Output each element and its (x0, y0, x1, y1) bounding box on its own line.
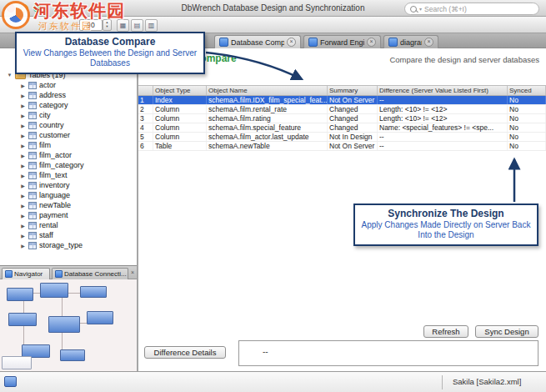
table-row[interactable]: 2 Column schemaA.film.rental_rate Change… (138, 105, 546, 114)
chevron-right-icon[interactable]: ▶ (20, 183, 26, 188)
chevron-right-icon[interactable]: ▶ (20, 123, 26, 128)
callout-database-compare: Database Compare View Changes Between th… (15, 32, 205, 74)
chevron-right-icon[interactable]: ▶ (20, 163, 26, 168)
toolbar-grid-icon[interactable]: ▦ (117, 19, 129, 32)
sidebar-item-actor[interactable]: ▶actor (0, 80, 137, 90)
diagram-icon (388, 38, 398, 47)
sidebar-item-storage-type[interactable]: ▶storage_type (0, 240, 137, 250)
table-icon (28, 222, 37, 229)
chevron-right-icon[interactable]: ▶ (20, 173, 26, 178)
search-input[interactable]: ▾ Search (⌘+I) (404, 3, 539, 15)
tab-diagrama[interactable]: diagramA × (383, 35, 438, 48)
chevron-right-icon[interactable]: ▶ (20, 193, 26, 199)
sidebar-item-payment[interactable]: ▶payment (0, 210, 137, 220)
toolbar-layout-icon[interactable]: ▥ (145, 19, 158, 32)
tree-item-label: film_category (39, 161, 84, 169)
table-icon (28, 182, 37, 189)
close-icon[interactable]: × (131, 269, 134, 276)
close-icon[interactable]: × (367, 38, 376, 47)
tree-item-label: film_actor (39, 151, 72, 159)
chevron-right-icon[interactable]: ▶ (20, 93, 26, 98)
cell-summary: Not On Server (328, 96, 378, 104)
search-placeholder: Search (⌘+I) (424, 5, 467, 13)
column-header-num[interactable] (138, 86, 153, 95)
cell-synced: No (508, 133, 546, 141)
toolbar-diagram-icon[interactable]: ▤ (131, 19, 143, 32)
cell-object-name: schemaA.film.rental_rate (207, 105, 328, 113)
column-header-summary[interactable]: Summary (328, 86, 378, 95)
table-row[interactable]: 4 Column schemaA.film.special_feature Ch… (138, 123, 546, 133)
tree-item-label: film (39, 141, 51, 149)
sidebar-item-country[interactable]: ▶country (0, 120, 137, 130)
cell-difference: -- (378, 142, 508, 150)
chevron-right-icon[interactable]: ▶ (20, 243, 26, 249)
zoom-level-field[interactable]: 90 (79, 19, 103, 31)
chevron-right-icon[interactable]: ▶ (20, 203, 26, 209)
table-icon (28, 122, 37, 129)
chevron-right-icon[interactable]: ▶ (20, 153, 26, 158)
navigator-icon (5, 270, 13, 278)
diagram-minimap[interactable] (0, 279, 137, 372)
sidebar-item-staff[interactable]: ▶staff (0, 230, 137, 240)
chevron-right-icon[interactable]: ▶ (20, 113, 26, 118)
chevron-right-icon[interactable]: ▶ (20, 103, 26, 108)
database-icon (55, 270, 63, 278)
difference-details-box[interactable]: -- (238, 340, 538, 366)
refresh-button[interactable]: Refresh (423, 325, 468, 338)
column-header-difference[interactable]: Difference (Server Value Listed First) (378, 86, 508, 95)
table-header: Object Type Object Name Summary Differen… (138, 85, 546, 96)
table-row[interactable]: 5 Column schemaA.film_actor.last_update … (138, 133, 546, 142)
cell-difference: Length: <10> != <12> (378, 105, 508, 113)
tab-database-connections[interactable]: Database Connecti... (52, 268, 128, 279)
sidebar-item-film[interactable]: ▶film (0, 140, 137, 150)
app-window: DbWrench Database Design and Synchroniza… (0, 0, 546, 392)
sidebar-item-film-text[interactable]: ▶film_text (0, 170, 137, 180)
sidebar-item-inventory[interactable]: ▶inventory (0, 180, 137, 190)
table-icon (28, 172, 37, 179)
tab-navigator[interactable]: Navigator (2, 268, 50, 279)
sidebar-item-category[interactable]: ▶category (0, 100, 137, 110)
cell-difference: Name: <special_features> != <spe... (378, 123, 508, 132)
schema-tree: ▼ Tables (19) ▶actor ▶address ▶category … (0, 48, 137, 265)
chevron-right-icon[interactable]: ▶ (20, 223, 26, 229)
chevron-right-icon[interactable]: ▶ (20, 143, 26, 148)
sidebar-item-newtable[interactable]: ▶newTable (0, 200, 137, 210)
sidebar-item-film-actor[interactable]: ▶film_actor (0, 150, 137, 160)
column-header-synced[interactable]: Synced (508, 86, 546, 95)
chevron-right-icon[interactable]: ▶ (20, 83, 26, 88)
sidebar-item-customer[interactable]: ▶customer (0, 130, 137, 140)
cell-num: 6 (138, 142, 153, 150)
sync-design-button[interactable]: Sync Design (475, 325, 538, 338)
tab-forward-engineer[interactable]: Forward Engineer × (303, 35, 381, 48)
difference-details-button[interactable]: Difference Details (144, 346, 226, 359)
sidebar-item-language[interactable]: ▶language (0, 190, 137, 200)
tab-label: Database Compare (231, 38, 284, 47)
toolbar: 90 ▴▾ ▦ ▤ ▥ (0, 17, 546, 33)
cell-num: 3 (138, 114, 153, 123)
sidebar-item-rental[interactable]: ▶rental (0, 220, 137, 230)
sidebar-item-city[interactable]: ▶city (0, 110, 137, 120)
table-icon (28, 202, 37, 209)
tree-item-label: newTable (39, 201, 71, 209)
close-icon[interactable]: × (424, 38, 433, 47)
chevron-right-icon[interactable]: ▶ (20, 213, 26, 219)
cell-summary: Changed (328, 105, 378, 113)
table-row[interactable]: 6 Table schemaA.newTable Not On Server -… (138, 142, 546, 151)
tab-label: Navigator (14, 270, 43, 278)
table-row[interactable]: 3 Column schemaA.film.rating Changed Len… (138, 114, 546, 123)
cell-num: 4 (138, 123, 153, 132)
chevron-down-icon[interactable]: ▼ (7, 73, 13, 78)
tab-database-compare[interactable]: Database Compare × (214, 35, 301, 48)
column-header-object-name[interactable]: Object Name (207, 86, 328, 95)
chevron-right-icon[interactable]: ▶ (20, 233, 26, 239)
tree-item-label: film_text (39, 171, 68, 179)
close-icon[interactable]: × (287, 38, 296, 47)
zoom-stepper[interactable]: ▴▾ (103, 19, 112, 31)
callout-body: Apply Changes Made Directly on Server Ba… (358, 220, 533, 240)
mini-table-box (2, 356, 32, 369)
chevron-right-icon[interactable]: ▶ (20, 133, 26, 138)
table-row[interactable]: 1 Index schemaA.film.IDX_film_special_fe… (138, 96, 546, 105)
sidebar-item-film-category[interactable]: ▶film_category (0, 160, 137, 170)
column-header-object-type[interactable]: Object Type (153, 86, 207, 95)
sidebar-item-address[interactable]: ▶address (0, 90, 137, 100)
